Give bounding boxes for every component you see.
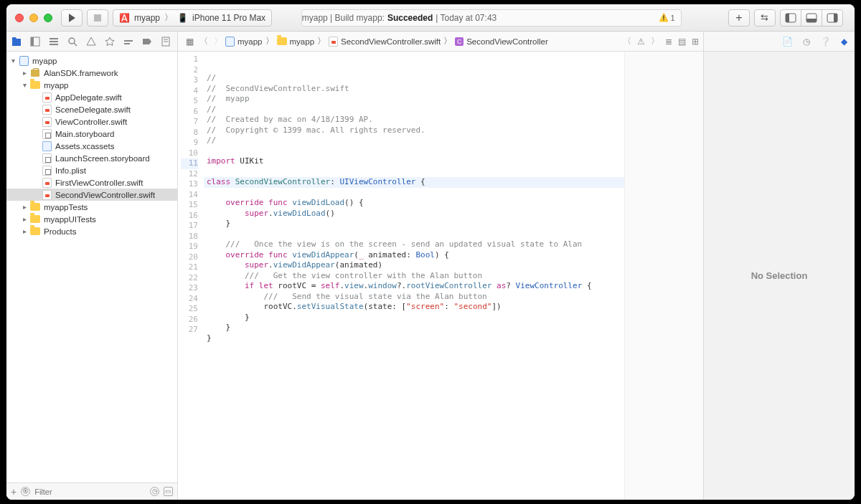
breadcrumb-item[interactable]: myapp (225, 37, 263, 47)
recent-filter-icon[interactable]: ◷ (150, 487, 159, 496)
line-gutter[interactable]: 1234567891011121314151617181920212223242… (178, 52, 204, 500)
chevron-right-icon: 〉 (164, 11, 173, 24)
identity-inspector-icon[interactable]: ◆ (841, 37, 847, 47)
inspector-empty-label: No Selection (704, 52, 855, 500)
back-button[interactable]: 〈 (197, 35, 211, 48)
panel-bottom-icon (806, 12, 817, 24)
tree-item[interactable]: AppDelegate.swift (6, 91, 177, 103)
svg-line-12 (74, 43, 77, 46)
activity-status: myapp | Build myapp: Succeeded | Today a… (301, 9, 682, 27)
tree-item[interactable]: LaunchScreen.storyboard (6, 152, 177, 164)
related-items-icon[interactable]: ▦ (182, 35, 197, 48)
svg-rect-3 (806, 19, 817, 22)
breakpoint-navigator-icon[interactable] (141, 36, 153, 47)
issue-icon[interactable]: ⚠︎ (637, 37, 645, 47)
play-icon (69, 14, 75, 22)
quick-help-icon[interactable]: ❔ (820, 37, 831, 47)
run-button[interactable] (61, 9, 83, 27)
debug-navigator-icon[interactable] (123, 36, 134, 47)
compare-icon (761, 12, 768, 23)
svg-rect-7 (31, 37, 34, 46)
warning-icon: ⚠️ (659, 13, 669, 22)
tree-item[interactable]: SceneDelegate.swift (6, 103, 177, 115)
window-close-button[interactable] (15, 14, 24, 22)
tree-item[interactable]: Main.storyboard (6, 128, 177, 140)
scheme-selector[interactable]: 🅰️ myapp 〉 📱 iPhone 11 Pro Max (113, 9, 272, 27)
window-zoom-button[interactable] (44, 14, 52, 22)
status-result: Succeeded (387, 13, 433, 23)
test-navigator-icon[interactable] (104, 36, 116, 47)
tree-item[interactable]: ViewController.swift (6, 115, 177, 128)
tree-project-root[interactable]: myapp (6, 54, 177, 67)
scheme-device: iPhone 11 Pro Max (192, 13, 265, 23)
svg-rect-8 (50, 38, 58, 39)
editor-panel: ▦ 〈 〉 myapp〉 myapp〉 SecondViewController… (178, 32, 703, 500)
warning-badge[interactable]: ⚠️ 1 (659, 13, 675, 22)
svg-rect-5 (834, 14, 837, 22)
titlebar: 🅰️ myapp 〉 📱 iPhone 11 Pro Max myapp | B… (6, 4, 855, 32)
add-editor-icon[interactable]: ⊞ (692, 37, 699, 47)
svg-rect-10 (50, 44, 58, 45)
tree-item[interactable]: SecondViewController.swift (6, 189, 177, 201)
library-add-button[interactable] (728, 9, 750, 27)
tree-item[interactable]: Products (6, 225, 177, 237)
svg-rect-13 (124, 40, 133, 42)
navigator-selector-bar (6, 32, 177, 52)
breadcrumb-item[interactable]: SecondViewController.swift (329, 37, 441, 47)
stop-icon (94, 14, 101, 22)
jump-prev-icon[interactable]: 〈 (623, 36, 631, 47)
svg-rect-9 (50, 41, 58, 42)
source-editor[interactable]: //// SecondViewController.swift// myapp/… (204, 52, 703, 500)
toggle-navigator-button[interactable] (780, 9, 801, 27)
stop-button[interactable] (87, 9, 108, 27)
breadcrumb-item[interactable]: myapp (277, 37, 315, 46)
status-suffix: | Today at 07:43 (436, 13, 497, 23)
find-navigator-icon[interactable] (67, 36, 78, 47)
source-control-navigator-icon[interactable] (29, 36, 41, 47)
breadcrumb-item[interactable]: C SecondViewController (455, 37, 548, 46)
svg-rect-1 (786, 14, 789, 22)
plus-icon (735, 11, 742, 24)
toggle-inspector-button[interactable] (822, 9, 843, 27)
minimap[interactable] (624, 52, 703, 500)
editor-options-icon[interactable]: ≣ (665, 37, 672, 47)
jump-bar: ▦ 〈 〉 myapp〉 myapp〉 SecondViewController… (178, 32, 703, 52)
tree-item[interactable]: myapp (6, 79, 177, 91)
filter-scope-icon[interactable]: ⦿ (21, 487, 30, 496)
tree-item[interactable]: AlanSDK.framework (6, 67, 177, 79)
history-inspector-icon[interactable]: ◷ (803, 37, 810, 47)
scm-filter-icon[interactable]: ▭ (164, 487, 173, 496)
device-icon: 📱 (177, 13, 188, 23)
tree-item[interactable]: Info.plist (6, 164, 177, 176)
svg-point-11 (69, 38, 75, 44)
report-navigator-icon[interactable] (160, 36, 171, 47)
file-inspector-icon[interactable]: 📄 (782, 37, 793, 47)
issue-navigator-icon[interactable] (85, 36, 97, 47)
forward-button[interactable]: 〉 (211, 35, 225, 48)
filter-input[interactable] (34, 488, 146, 496)
jump-next-icon[interactable]: 〉 (651, 36, 659, 47)
add-icon[interactable]: + (11, 486, 17, 498)
warning-count: 1 (671, 14, 675, 22)
adjust-editor-icon[interactable]: ▤ (678, 37, 686, 47)
window-minimize-button[interactable] (29, 14, 38, 22)
tree-item[interactable]: myappUITests (6, 213, 177, 225)
symbol-navigator-icon[interactable] (48, 36, 60, 47)
status-prefix: myapp | Build myapp: (302, 13, 385, 23)
tree-item[interactable]: Assets.xcassets (6, 140, 177, 152)
panel-right-icon (827, 12, 838, 24)
project-navigator-icon[interactable] (11, 36, 22, 47)
toggle-debug-button[interactable] (801, 9, 822, 27)
navigator-panel: myappAlanSDK.frameworkmyappAppDelegate.s… (6, 32, 178, 500)
code-review-button[interactable] (754, 9, 776, 27)
navigator-footer: + ⦿ ◷ ▭ (6, 482, 177, 500)
inspector-panel: 📄 ◷ ❔ ◆ No Selection (703, 32, 855, 500)
scheme-target: myapp (134, 13, 160, 23)
project-tree[interactable]: myappAlanSDK.frameworkmyappAppDelegate.s… (6, 52, 177, 482)
tree-item[interactable]: myappTests (6, 201, 177, 213)
svg-rect-14 (124, 43, 130, 44)
tree-item[interactable]: FirstViewController.swift (6, 176, 177, 189)
panel-left-icon (785, 12, 796, 24)
app-icon: 🅰️ (119, 13, 130, 23)
